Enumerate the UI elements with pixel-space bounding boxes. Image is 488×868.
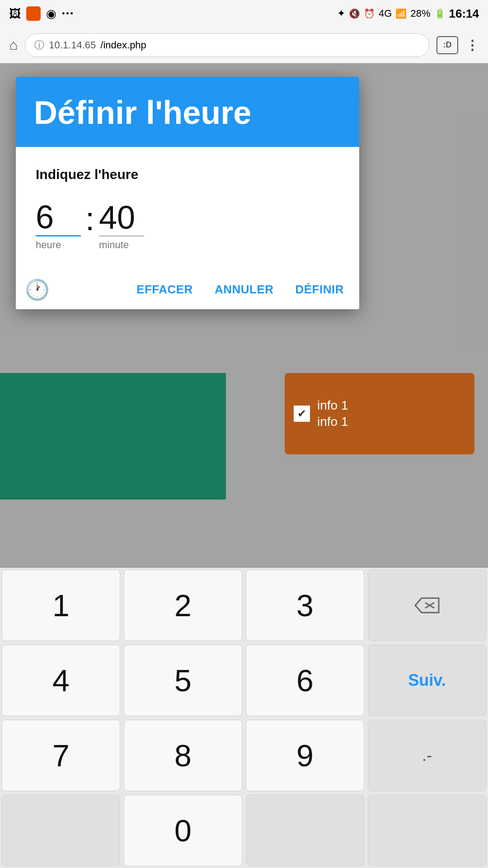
minute-label: minute [99, 239, 129, 251]
photo-icon: 🖼 [9, 7, 21, 21]
minute-underline [99, 236, 144, 236]
mute-icon: 🔇 [349, 8, 360, 19]
app-icon [26, 6, 41, 21]
hour-underline [36, 235, 81, 236]
menu-icon[interactable]: ⋮ [465, 37, 479, 53]
key-punctuation[interactable]: .- [368, 720, 486, 791]
keyboard-row-3: 7 8 9 .- [0, 718, 488, 793]
keyboard-row-4: 0 [0, 793, 488, 868]
keyboard-row-2: 4 5 6 Suiv. [0, 643, 488, 718]
time-inputs: 6 heure : 40 minute [36, 200, 339, 251]
alarm-icon: ⏰ [364, 8, 375, 19]
tab-icon[interactable]: :D [436, 36, 458, 54]
dialog-body: Indiquez l'heure 6 heure : 40 minute [16, 147, 359, 272]
url-bar[interactable]: ⓘ 10.1.14.65/index.php [25, 33, 429, 57]
svg-marker-4 [415, 598, 439, 613]
info-card: ✔ info 1 info 1 [285, 373, 474, 454]
info-checkbox: ✔ [294, 406, 310, 422]
dialog-actions: 🕐 EFFACER ANNULER DÉFINIR [16, 272, 359, 309]
key-3[interactable]: 3 [246, 570, 364, 641]
battery-icon: 🔋 [434, 8, 446, 19]
hour-field[interactable]: 6 heure [36, 201, 81, 251]
key-5[interactable]: 5 [124, 645, 242, 716]
more-icon: ••• [62, 9, 75, 19]
status-bar: 🖼 ◉ ••• ✦ 🔇 ⏰ 4G 📶 28% 🔋 16:14 [0, 0, 488, 27]
site-info-icon[interactable]: ⓘ [34, 38, 44, 52]
confirm-button[interactable]: DÉFINIR [285, 276, 355, 303]
key-0[interactable]: 0 [124, 795, 242, 866]
key-next[interactable]: Suiv. [368, 645, 486, 716]
battery-label: 28% [410, 8, 430, 19]
time-colon: : [81, 200, 99, 251]
status-bar-right: ✦ 🔇 ⏰ 4G 📶 28% 🔋 16:14 [337, 7, 479, 21]
keyboard-row-1: 1 2 3 [0, 568, 488, 643]
minute-value[interactable]: 40 [99, 201, 144, 234]
key-2[interactable]: 2 [124, 570, 242, 641]
key-empty-left [2, 795, 120, 866]
key-8[interactable]: 8 [124, 720, 242, 791]
url-base: 10.1.14.65 [49, 39, 96, 51]
key-1[interactable]: 1 [2, 570, 120, 641]
dialog-title: Définir l'heure [34, 95, 341, 131]
dialog-header: Définir l'heure [16, 77, 359, 147]
dialog-instruction: Indiquez l'heure [36, 167, 339, 182]
key-empty-right [246, 795, 364, 866]
numeric-keyboard: 1 2 3 4 5 6 Suiv. 7 8 9 .- [0, 568, 488, 868]
info-line-2: info 1 [317, 415, 348, 429]
location-icon: ◉ [46, 7, 56, 21]
key-9[interactable]: 9 [246, 720, 364, 791]
clock-icon[interactable]: 🕐 [20, 278, 50, 302]
hour-label: heure [36, 239, 61, 251]
key-4[interactable]: 4 [2, 645, 120, 716]
network-label: 4G [379, 8, 392, 19]
clear-button[interactable]: EFFACER [126, 276, 204, 303]
info-line-1: info 1 [317, 398, 348, 413]
key-backspace[interactable] [368, 570, 486, 641]
key-empty-far-right [368, 795, 486, 866]
green-panel [0, 373, 226, 500]
home-icon[interactable]: ⌂ [9, 37, 18, 53]
key-7[interactable]: 7 [2, 720, 120, 791]
browser-bar: ⌂ ⓘ 10.1.14.65/index.php :D ⋮ [0, 27, 488, 63]
backspace-icon [413, 596, 441, 614]
minute-field[interactable]: 40 minute [99, 201, 144, 251]
info-text: info 1 info 1 [317, 398, 348, 429]
time-display: 16:14 [449, 7, 479, 21]
time-dialog: Définir l'heure Indiquez l'heure 6 heure… [16, 77, 359, 309]
main-content: ✔ info 1 info 1 Définir l'heure Indiquez… [0, 63, 488, 868]
hour-value[interactable]: 6 [36, 201, 81, 233]
bluetooth-icon: ✦ [337, 8, 345, 19]
key-6[interactable]: 6 [246, 645, 364, 716]
cancel-button[interactable]: ANNULER [204, 276, 285, 303]
status-bar-left: 🖼 ◉ ••• [9, 6, 75, 21]
url-path: /index.php [100, 39, 146, 51]
signal-icon: 📶 [395, 8, 407, 19]
